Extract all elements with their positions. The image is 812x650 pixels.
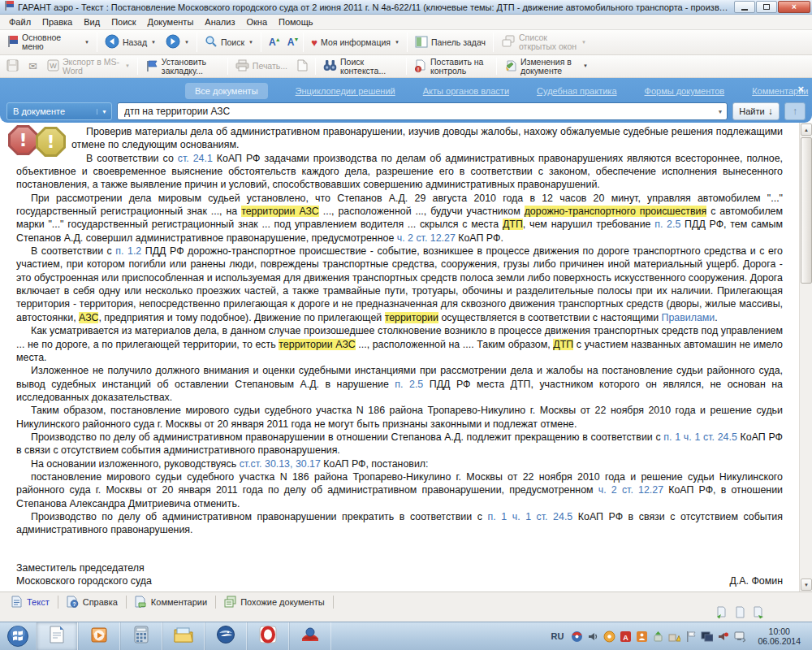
menu-item[interactable]: Поиск [106,15,141,28]
paragraph: Изложенное не получило должного внимания… [16,364,783,404]
app-icon [3,0,15,15]
document-area: ! ! Проверив материалы дела об администр… [0,123,812,592]
find-button[interactable]: Найти ↓ [732,102,780,120]
search-scope-dropdown[interactable]: В документе ▼ [6,102,112,120]
view-tab-text[interactable]: Текст [3,596,58,609]
taskbar-thunderbird-button[interactable] [205,622,247,650]
tray-disk-icon[interactable] [603,630,615,643]
language-indicator[interactable]: RU [551,631,564,641]
doc-text: В соответствии со [86,153,178,164]
view-tab-help[interactable]: ?Справка [58,596,126,609]
print-preview-button [292,56,313,76]
tray-lan-icon[interactable] [733,630,745,643]
view-tab-label: Справка [83,597,118,607]
forward-button[interactable]: ▼ [161,31,194,54]
search-input[interactable] [118,106,714,117]
taskbar-opera-button[interactable] [247,622,289,650]
minimize-button[interactable] [734,1,755,13]
menu-item[interactable]: Помощь [273,15,319,28]
task-panel-icon [415,36,428,50]
taskbar-mail-agent-button[interactable] [289,622,331,650]
doc-link[interactable]: ст.ст. 30.13, 30.17 [240,458,321,470]
vertical-scrollbar[interactable]: ▲ ▼ [799,123,812,592]
find-previous-button[interactable]: ↑ [784,102,806,120]
close-button[interactable]: × [778,1,810,13]
doc-link[interactable]: п. 1.2 [115,245,141,257]
base-tab[interactable]: Акты органов власти [423,86,509,96]
taskbar-media-player-button[interactable] [78,622,120,650]
doc-link[interactable]: п. 2.5 [395,379,423,390]
task-panel-button[interactable]: Панель задач [410,31,490,54]
view-tab-comments[interactable]: Комментарии [127,596,215,609]
doc-link[interactable]: ч. 2 ст. 12.27 [397,232,456,244]
view-tab-similar[interactable]: Похожие документы [216,596,333,609]
document-changes-button[interactable]: Изменения в документе ▼ [499,56,593,76]
base-tab[interactable]: Все документы [185,83,268,99]
save-icon [6,59,19,73]
print-button: Печать... [231,56,292,76]
taskbar-calculator-button[interactable] [120,622,162,650]
page-alert-icon: ! [414,59,427,74]
tray-eject-icon[interactable] [652,630,664,643]
export-word-button: W Экспорт в MS-Word ▼ [42,56,135,76]
doc-link[interactable]: п. 1 ч. 1 ст. 24.5 [663,431,737,443]
tray-volume-icon[interactable] [587,630,599,643]
scroll-up-icon[interactable]: ▲ [801,124,812,136]
scrollbar-thumb[interactable] [801,137,812,284]
menu-item[interactable]: Окна [240,15,273,28]
comments-doc-icon [135,596,147,609]
font-decrease-button[interactable]: A▼ [283,31,301,54]
tray-agent-icon[interactable] [571,630,583,643]
tray-sound-icon[interactable] [717,630,729,643]
doc-link[interactable]: ст. 24.1 [178,153,213,164]
menu-item[interactable]: Документы [142,15,200,28]
tray-orange-app-icon[interactable] [636,630,648,643]
menu-item[interactable]: Файл [3,15,37,28]
doc-link[interactable]: Правилами [662,312,715,323]
taskbar-writer-button[interactable] [36,622,78,650]
doc-text: ..., расположенной на .... Таким образом… [356,339,554,350]
back-button[interactable]: Назад ▼ [100,31,161,54]
opera-icon [258,625,278,648]
tray-display-icon[interactable] [701,630,713,643]
restore-button[interactable] [756,1,777,13]
base-tab[interactable]: Формы документов [645,86,725,96]
my-information-button[interactable]: ♥ Моя информация ▼ [306,31,404,54]
menu-item[interactable]: Вид [78,15,106,28]
set-bookmark-button[interactable]: Установить закладку... [140,56,225,76]
tray-net-warning-icon[interactable] [668,630,680,643]
taskbar-clock[interactable]: 10:00 06.06.2014 [749,626,807,646]
tray-pdf-icon[interactable]: A [620,630,632,643]
doc-link[interactable]: п. 1 ч. 1 ст. 24.5 [488,511,573,522]
document-header-panel: Все документыЭнциклопедии решенийАкты ор… [0,78,812,123]
bottom-bar: Текст?СправкаКомментарииПохожие документ… [0,592,812,622]
doc-link[interactable]: ч. 2 ст. 12.27 [598,484,663,496]
menu-item[interactable]: Анализ [199,15,240,28]
main-menu-button[interactable]: Основное меню ▼ [2,31,94,54]
important-warning-icon[interactable]: ! [8,125,38,155]
media-player-icon [89,625,109,648]
menu-bar: ФайлПравкаВидПоискДокументыАнализОкнаПом… [0,15,812,30]
arrow-down-icon: ↓ [768,106,773,117]
document-warning-icons: ! ! [11,125,67,158]
base-tab[interactable]: Судебная практика [537,86,616,96]
put-on-control-button[interactable]: ! Поставить на контроль [409,56,494,76]
close-document-icon[interactable]: × [797,83,804,95]
doc-text: . [715,312,717,323]
font-increase-button[interactable]: A▲ [264,31,283,54]
tray-flag-icon[interactable] [685,630,697,643]
taskbar-explorer-button[interactable] [162,622,205,650]
doc-link[interactable]: п. 2.5 [654,219,680,230]
menu-item[interactable]: Правка [37,15,78,28]
context-search-button[interactable]: Поиск контекста... [318,56,404,76]
chevron-down-icon: ▼ [84,38,89,47]
scroll-down-icon[interactable]: ▼ [801,578,812,591]
current-document-icon[interactable] [733,606,746,619]
chevron-down-icon: ▼ [581,38,586,47]
base-tab[interactable]: Энциклопедии решений [296,86,395,96]
next-document-icon[interactable] [752,606,765,619]
start-button[interactable] [0,622,36,650]
attention-warning-icon[interactable]: ! [36,127,66,157]
search-button[interactable]: Поиск ▼ [200,31,258,54]
previous-document-icon[interactable] [715,606,728,619]
